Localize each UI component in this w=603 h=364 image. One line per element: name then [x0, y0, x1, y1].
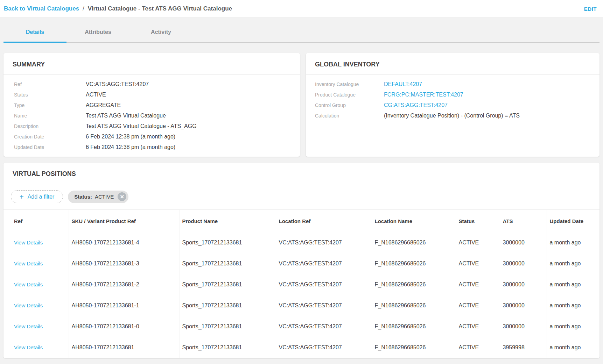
top-bar: Back to Virtual Catalogues / Virtual Cat… — [0, 0, 603, 18]
back-to-virtual-catalogues-link[interactable]: Back to Virtual Catalogues — [4, 5, 79, 12]
field-value: Test ATS AGG Virtual Catalogue — [86, 110, 166, 121]
location-name-cell: F_N1686296685026 — [372, 253, 456, 274]
virtual-positions-table: Ref SKU / Variant Product Ref Product Na… — [3, 210, 600, 358]
view-details-link[interactable]: View Details — [14, 323, 43, 329]
field-label: Type — [14, 100, 86, 110]
add-filter-label: Add a filter — [28, 194, 54, 200]
plus-icon: + — [20, 193, 24, 200]
table-row: View Details AH8050-1707212133681-4 Spor… — [3, 232, 600, 253]
filter-chip-value: ACTIVE — [95, 194, 114, 200]
field-label: Ref — [14, 79, 86, 90]
tab-attributes[interactable]: Attributes — [66, 18, 129, 43]
breadcrumb: Back to Virtual Catalogues / Virtual Cat… — [4, 5, 232, 12]
info-cards-row: SUMMARY Ref VC:ATS:AGG:TEST:4207 Status … — [3, 53, 600, 157]
global-inventory-title: GLOBAL INVENTORY — [306, 53, 600, 75]
view-details-link[interactable]: View Details — [14, 260, 43, 266]
ats-cell: 3000000 — [500, 295, 547, 316]
product-name-cell: Sports_1707212133681 — [179, 316, 276, 337]
field-value: 6 Feb 2024 12:38 pm (a month ago) — [86, 142, 175, 152]
updated-date-cell: a month ago — [547, 274, 600, 295]
gi-field-product-catalogue: Product Catalogue FCRG:PC:MASTER:TEST:42… — [315, 90, 590, 100]
table-row: View Details AH8050-1707212133681 Sports… — [3, 337, 600, 358]
status-cell: ACTIVE — [456, 274, 500, 295]
virtual-positions-title: VIRTUAL POSITIONS — [3, 163, 600, 184]
field-label: Name — [14, 110, 86, 121]
location-ref-cell: VC:ATS:AGG:TEST:4207 — [276, 337, 372, 358]
status-cell: ACTIVE — [456, 295, 500, 316]
tab-activity[interactable]: Activity — [129, 18, 192, 43]
status-cell: ACTIVE — [456, 337, 500, 358]
field-value: ACTIVE — [86, 90, 106, 100]
sku-cell: AH8050-1707212133681 — [69, 337, 179, 358]
field-label: Control Group — [315, 100, 384, 110]
column-header-location-name: Location Name — [372, 210, 456, 232]
updated-date-cell: a month ago — [547, 337, 600, 358]
location-name-cell: F_N1686296685026 — [372, 274, 456, 295]
table-row: View Details AH8050-1707212133681-1 Spor… — [3, 295, 600, 316]
summary-card: SUMMARY Ref VC:ATS:AGG:TEST:4207 Status … — [3, 53, 300, 157]
updated-date-cell: a month ago — [547, 295, 600, 316]
tab-details[interactable]: Details — [3, 18, 66, 43]
view-details-link[interactable]: View Details — [14, 240, 43, 245]
table-row: View Details AH8050-1707212133681-0 Spor… — [3, 316, 600, 337]
add-filter-button[interactable]: + Add a filter — [11, 190, 63, 203]
product-name-cell: Sports_1707212133681 — [179, 295, 276, 316]
column-header-product-name: Product Name — [179, 210, 276, 232]
summary-field-ref: Ref VC:ATS:AGG:TEST:4207 — [14, 79, 291, 90]
inventory-catalogue-link[interactable]: DEFAULT:4207 — [384, 79, 422, 90]
breadcrumb-separator: / — [83, 5, 84, 12]
global-inventory-card: GLOBAL INVENTORY Inventory Catalogue DEF… — [306, 53, 600, 157]
summary-field-creation-date: Creation Date 6 Feb 2024 12:38 pm (a mon… — [14, 131, 291, 142]
field-label: Updated Date — [14, 142, 86, 152]
ats-cell: 3000000 — [500, 316, 547, 337]
view-details-link[interactable]: View Details — [14, 344, 43, 350]
table-row: View Details AH8050-1707212133681-2 Spor… — [3, 274, 600, 295]
status-cell: ACTIVE — [456, 253, 500, 274]
ats-cell: 3959998 — [500, 337, 547, 358]
page-title: Virtual Catalogue - Test ATS AGG Virtual… — [88, 5, 232, 12]
updated-date-cell: a month ago — [547, 253, 600, 274]
summary-field-type: Type AGGREGATE — [14, 100, 291, 110]
control-group-link[interactable]: CG:ATS:AGG:TEST:4207 — [384, 100, 448, 110]
status-filter-chip[interactable]: Status: ACTIVE ✕ — [68, 191, 128, 203]
product-name-cell: Sports_1707212133681 — [179, 232, 276, 253]
field-label: Creation Date — [14, 131, 86, 142]
field-label: Calculation — [315, 110, 384, 121]
field-label: Status — [14, 90, 86, 100]
column-header-updated-date: Updated Date — [547, 210, 600, 232]
location-name-cell: F_N1686296685026 — [372, 316, 456, 337]
view-details-link[interactable]: View Details — [14, 281, 43, 287]
filter-chip-label: Status: — [74, 194, 92, 200]
gi-field-calculation: Calculation (Inventory Catalogue Positio… — [315, 110, 590, 121]
status-cell: ACTIVE — [456, 232, 500, 253]
ats-cell: 3000000 — [500, 274, 547, 295]
table-header-row: Ref SKU / Variant Product Ref Product Na… — [3, 210, 600, 232]
sku-cell: AH8050-1707212133681-4 — [69, 232, 179, 253]
location-ref-cell: VC:ATS:AGG:TEST:4207 — [276, 295, 372, 316]
updated-date-cell: a month ago — [547, 316, 600, 337]
table-row: View Details AH8050-1707212133681-3 Spor… — [3, 253, 600, 274]
sku-cell: AH8050-1707212133681-1 — [69, 295, 179, 316]
edit-button[interactable]: EDIT — [584, 6, 597, 12]
product-catalogue-link[interactable]: FCRG:PC:MASTER:TEST:4207 — [384, 90, 463, 100]
product-name-cell: Sports_1707212133681 — [179, 274, 276, 295]
column-header-status: Status — [456, 210, 500, 232]
field-value: Test ATS AGG Virtual Catalogue - ATS_AGG — [86, 121, 197, 131]
field-value: (Inventory Catalogue Position) - (Contro… — [384, 110, 520, 121]
field-value: VC:ATS:AGG:TEST:4207 — [86, 79, 149, 90]
summary-field-description: Description Test ATS AGG Virtual Catalog… — [14, 121, 291, 131]
sku-cell: AH8050-1707212133681-2 — [69, 274, 179, 295]
field-value: 6 Feb 2024 12:38 pm (a month ago) — [86, 131, 175, 142]
field-value: AGGREGATE — [86, 100, 121, 110]
view-details-link[interactable]: View Details — [14, 302, 43, 308]
location-ref-cell: VC:ATS:AGG:TEST:4207 — [276, 232, 372, 253]
location-ref-cell: VC:ATS:AGG:TEST:4207 — [276, 274, 372, 295]
column-header-location-ref: Location Ref — [276, 210, 372, 232]
close-icon[interactable]: ✕ — [118, 192, 126, 201]
location-name-cell: F_N1686296685026 — [372, 232, 456, 253]
field-label: Product Catalogue — [315, 90, 384, 100]
column-header-ref: Ref — [3, 210, 69, 232]
virtual-positions-card: VIRTUAL POSITIONS + Add a filter Status:… — [3, 163, 600, 358]
sku-cell: AH8050-1707212133681-3 — [69, 253, 179, 274]
field-label: Inventory Catalogue — [315, 79, 384, 90]
